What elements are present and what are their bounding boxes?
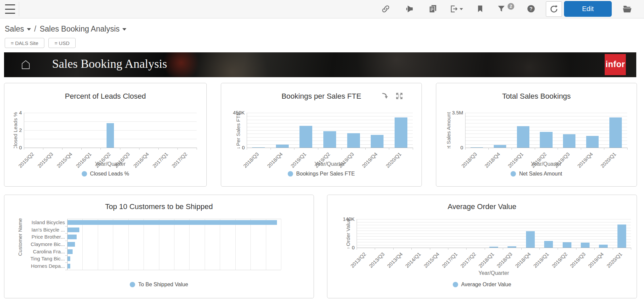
axis-tick: [413, 148, 413, 150]
home-icon: [20, 59, 31, 71]
gridline: [465, 130, 627, 131]
bar-2019-q3[interactable]: [563, 134, 575, 148]
breadcrumb-sales-label: Sales: [5, 24, 24, 34]
gridline: [113, 219, 113, 270]
bar-2019-q1[interactable]: [299, 126, 312, 148]
help-icon[interactable]: ?: [524, 1, 538, 16]
announcement-icon[interactable]: [402, 1, 417, 16]
bar-island-bicycles[interactable]: [68, 220, 277, 225]
toolbar-divider: [19, 2, 19, 16]
legend[interactable]: Net Sales Amount: [436, 171, 637, 177]
gridline: [189, 219, 190, 270]
gridline: [98, 219, 98, 270]
legend-label: Average Order Value: [461, 282, 511, 288]
bar-2019-q3[interactable]: [347, 133, 360, 148]
bar-2019-q1[interactable]: [544, 241, 553, 248]
gridline: [247, 120, 413, 120]
gridline: [357, 236, 631, 237]
bar-2018-q4[interactable]: [276, 145, 289, 148]
axis-tick: [576, 248, 576, 250]
bar-2018-q1[interactable]: [489, 247, 498, 248]
legend[interactable]: Average Order Value: [327, 282, 637, 288]
gridline: [159, 219, 159, 270]
bar-2019-q1[interactable]: [517, 126, 529, 148]
gridline: [247, 127, 413, 127]
legend-label: Closed Leads %: [90, 171, 129, 177]
gridline: [235, 219, 236, 270]
gridline: [205, 219, 205, 270]
x-axis-line: [24, 148, 197, 148]
gridline: [357, 219, 631, 219]
bar-2018-q4[interactable]: [526, 231, 535, 248]
legend[interactable]: Closed Leads %: [4, 171, 206, 177]
axis-tick: [521, 248, 522, 250]
bar-2019-q3[interactable]: [581, 243, 590, 248]
axis-tick: [558, 248, 558, 250]
bar-2018-q4[interactable]: [494, 145, 506, 148]
gridline: [281, 219, 281, 270]
export-icon[interactable]: [446, 1, 466, 16]
expand-icon[interactable]: [395, 92, 404, 102]
category-label: Island Bicycles: [13, 219, 65, 225]
chart-title: Percent of Leads Closed: [4, 92, 206, 101]
edit-button[interactable]: Edit: [564, 1, 612, 17]
chart-card-percent-of-leads-closed: Percent of Leads ClosedClosed Leads %420…: [4, 83, 207, 187]
bar-2019-q4[interactable]: [586, 136, 599, 148]
x-axis-title: Year/Quarter: [465, 161, 627, 167]
gridline: [357, 242, 631, 242]
copy-report-icon[interactable]: [426, 1, 440, 16]
bar-claymore-bic-[interactable]: [68, 242, 75, 247]
bar-2019-q2[interactable]: [563, 242, 571, 248]
bar-2019-q2[interactable]: [323, 131, 336, 148]
y-tick-label: 0: [339, 245, 355, 250]
bar-2020-q1[interactable]: [617, 225, 626, 248]
bar-2019-q4[interactable]: [599, 245, 608, 248]
bar-price-brother-[interactable]: [68, 235, 77, 239]
axis-tick: [465, 148, 466, 150]
gridline: [247, 113, 413, 113]
axis-tick: [65, 233, 67, 234]
x-axis-line: [357, 248, 631, 248]
bar-hornes-depa-[interactable]: [68, 264, 70, 268]
bar-2020-q1[interactable]: [609, 117, 622, 148]
axis-tick: [158, 148, 159, 150]
refresh-button[interactable]: [546, 1, 562, 17]
bar-2018-q3[interactable]: [471, 147, 483, 148]
legend[interactable]: To Be Shipped Value: [4, 282, 314, 288]
hamburger-menu-icon[interactable]: [3, 3, 17, 15]
axis-tick: [448, 248, 448, 250]
axis-tick: [485, 248, 485, 250]
folder-icon[interactable]: [620, 1, 635, 16]
breadcrumb: Sales / Sales Booking Analysis: [5, 22, 126, 36]
bar-2018-q3[interactable]: [508, 246, 516, 248]
axis-tick: [247, 148, 247, 150]
category-label: Hornes Depa...: [13, 263, 65, 269]
bar-2016-q2[interactable]: [107, 123, 114, 148]
svg-text:?: ?: [529, 6, 532, 11]
breadcrumb-item-sales-booking-analysis[interactable]: Sales Booking Analysis: [40, 24, 126, 34]
y-axis-line: [465, 113, 466, 148]
axis-tick: [294, 148, 294, 150]
bar-ian-s-bicycle-[interactable]: [68, 228, 79, 232]
bookmark-icon[interactable]: [473, 1, 487, 16]
gridline: [247, 116, 413, 116]
infor-logo-text: infor: [605, 59, 625, 69]
bar-2019-q2[interactable]: [540, 132, 552, 148]
bar-2018-q3[interactable]: [252, 147, 265, 148]
chart-title: Average Order Value: [327, 202, 637, 211]
legend[interactable]: Bookings Per Sales FTE: [221, 171, 421, 177]
axis-tick: [488, 148, 489, 150]
link-icon[interactable]: [378, 1, 393, 16]
y-axis-title-text: Bookings Per Sales FTE: [235, 112, 241, 148]
filter-icon[interactable]: 2: [493, 1, 513, 16]
bar-2019-q4[interactable]: [371, 135, 384, 148]
bar-2020-q1[interactable]: [395, 117, 407, 148]
drill-down-icon[interactable]: [380, 91, 390, 102]
filter-chip-usd[interactable]: = USD: [48, 38, 76, 48]
breadcrumb-item-sales[interactable]: Sales: [5, 24, 31, 34]
bar-carolina-fra-[interactable]: [68, 249, 73, 254]
bar-ting-tang-bic-[interactable]: [68, 256, 70, 261]
breadcrumb-page-label: Sales Booking Analysis: [40, 24, 120, 34]
filter-chip-dals-site[interactable]: = DALS Site: [5, 38, 44, 48]
gridline: [465, 116, 627, 116]
